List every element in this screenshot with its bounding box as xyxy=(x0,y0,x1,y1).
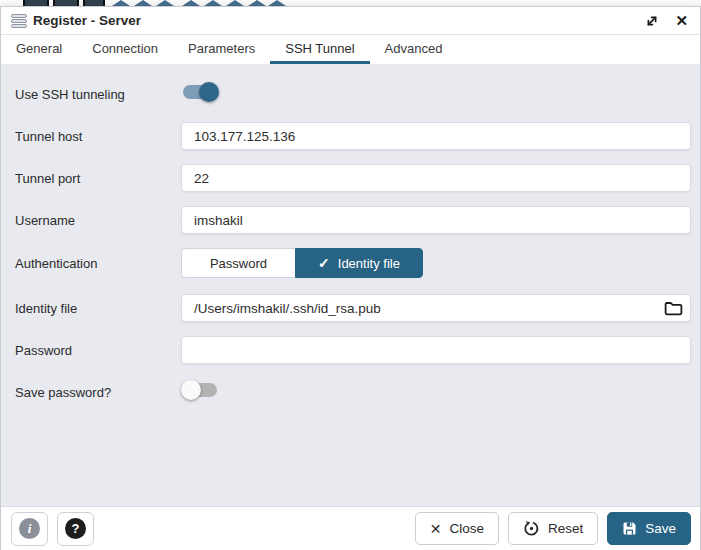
identity-file-input[interactable] xyxy=(181,294,691,322)
close-button-label: Close xyxy=(449,521,484,536)
help-icon: ? xyxy=(65,518,86,539)
authentication-label: Authentication xyxy=(15,256,181,271)
tab-parameters[interactable]: Parameters xyxy=(173,35,270,64)
server-icon xyxy=(11,14,27,28)
tunnel-host-input[interactable] xyxy=(181,122,691,150)
reset-icon xyxy=(523,520,540,537)
browse-file-button[interactable] xyxy=(660,297,686,319)
dialog-tabbar: General Connection Parameters SSH Tunnel… xyxy=(1,35,700,64)
identity-file-label: Identity file xyxy=(15,301,181,316)
save-password-toggle[interactable] xyxy=(181,378,219,402)
identity-file-row: Identity file xyxy=(15,294,691,322)
close-icon[interactable]: ✕ xyxy=(675,13,688,28)
save-icon xyxy=(622,521,637,536)
use-ssh-tunneling-toggle[interactable] xyxy=(181,80,219,104)
register-server-dialog: Register - Server ✕ General Connection P… xyxy=(0,6,701,550)
password-row: Password xyxy=(15,336,691,364)
save-password-row: Save password? xyxy=(15,378,691,406)
dialog-titlebar: Register - Server ✕ xyxy=(1,7,700,35)
tunnel-host-label: Tunnel host xyxy=(15,129,181,144)
authentication-row: Authentication Password ✓ Identity file xyxy=(15,248,691,278)
folder-icon xyxy=(664,301,683,316)
close-x-icon: ✕ xyxy=(430,522,442,536)
authentication-segmented-control: Password ✓ Identity file xyxy=(181,248,691,278)
username-label: Username xyxy=(15,213,181,228)
save-button[interactable]: Save xyxy=(607,512,691,545)
use-ssh-tunneling-row: Use SSH tunneling xyxy=(15,80,691,108)
use-ssh-tunneling-label: Use SSH tunneling xyxy=(15,87,181,102)
help-button[interactable]: ? xyxy=(57,512,94,546)
info-icon: i xyxy=(19,518,40,539)
auth-password-button[interactable]: Password xyxy=(181,248,295,278)
dialog-title: Register - Server xyxy=(33,13,141,28)
reset-button[interactable]: Reset xyxy=(508,512,598,545)
save-button-label: Save xyxy=(645,521,676,536)
password-label: Password xyxy=(15,343,181,358)
auth-identity-file-label: Identity file xyxy=(338,256,400,271)
password-input[interactable] xyxy=(181,336,691,364)
username-input[interactable] xyxy=(181,206,691,234)
save-password-label: Save password? xyxy=(15,385,181,400)
check-icon: ✓ xyxy=(318,255,330,271)
sql-info-button[interactable]: i xyxy=(11,512,48,546)
tunnel-host-row: Tunnel host xyxy=(15,122,691,150)
tab-general[interactable]: General xyxy=(1,35,77,64)
tunnel-port-label: Tunnel port xyxy=(15,171,181,186)
auth-identity-file-button[interactable]: ✓ Identity file xyxy=(295,248,423,278)
tab-ssh-tunnel[interactable]: SSH Tunnel xyxy=(270,35,369,64)
dialog-footer: i ? ✕ Close Reset xyxy=(1,506,700,550)
tab-connection[interactable]: Connection xyxy=(77,35,173,64)
maximize-icon[interactable] xyxy=(645,14,659,28)
tab-advanced[interactable]: Advanced xyxy=(370,35,458,64)
tunnel-port-row: Tunnel port xyxy=(15,164,691,192)
ssh-tunnel-form: Use SSH tunneling Tunnel host Tunnel por… xyxy=(1,64,700,506)
tunnel-port-input[interactable] xyxy=(181,164,691,192)
close-button[interactable]: ✕ Close xyxy=(415,512,499,545)
username-row: Username xyxy=(15,206,691,234)
reset-button-label: Reset xyxy=(548,521,583,536)
